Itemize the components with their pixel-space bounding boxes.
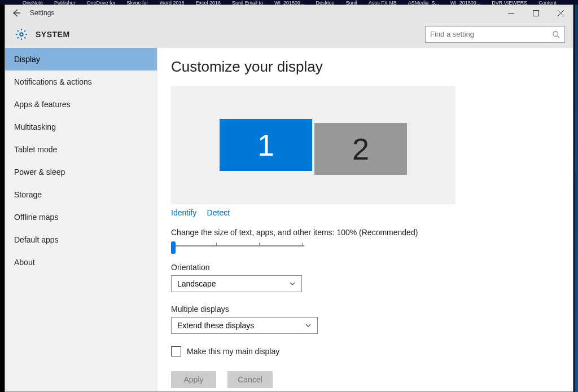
apply-button[interactable]: Apply bbox=[171, 371, 216, 388]
orientation-value: Landscape bbox=[177, 279, 216, 288]
desktop-right-edge bbox=[575, 5, 578, 392]
sidebar-item-about[interactable]: About bbox=[5, 251, 157, 274]
cancel-button[interactable]: Cancel bbox=[227, 371, 273, 388]
identify-link[interactable]: Identify bbox=[171, 208, 196, 217]
titlebar: Settings bbox=[5, 5, 573, 21]
search-box[interactable] bbox=[425, 26, 565, 43]
slider-thumb[interactable] bbox=[171, 241, 176, 254]
minimize-button[interactable] bbox=[498, 5, 523, 21]
sidebar-item-tablet-mode[interactable]: Tablet mode bbox=[5, 138, 157, 161]
display-arrangement-box[interactable]: 1 2 bbox=[171, 86, 456, 204]
monitor-2[interactable]: 2 bbox=[314, 123, 407, 175]
sidebar-item-storage[interactable]: Storage bbox=[5, 183, 157, 206]
search-icon bbox=[552, 30, 560, 38]
main-display-checkbox[interactable] bbox=[171, 346, 181, 356]
main-display-checkbox-label: Make this my main display bbox=[187, 347, 279, 356]
sidebar-item-display[interactable]: Display bbox=[5, 48, 157, 71]
multiple-displays-value: Extend these displays bbox=[177, 321, 254, 330]
back-button[interactable] bbox=[10, 6, 23, 20]
sidebar-item-notifications[interactable]: Notifications & actions bbox=[5, 71, 157, 93]
sidebar-item-default-apps[interactable]: Default apps bbox=[5, 228, 157, 251]
multiple-displays-dropdown[interactable]: Extend these displays bbox=[171, 317, 318, 334]
sidebar: Display Notifications & actions Apps & f… bbox=[5, 48, 157, 391]
maximize-button[interactable] bbox=[523, 5, 548, 21]
desktop-taskbar-top: OneNotePublisherOneDrive for Skype forWo… bbox=[0, 0, 578, 5]
close-button[interactable] bbox=[548, 5, 573, 21]
sidebar-item-offline-maps[interactable]: Offline maps bbox=[5, 206, 157, 228]
content-pane: Customize your display 1 2 Identify Dete… bbox=[157, 48, 573, 391]
window-controls bbox=[498, 5, 573, 21]
sidebar-item-power-sleep[interactable]: Power & sleep bbox=[5, 161, 157, 183]
multiple-displays-label: Multiple displays bbox=[171, 305, 559, 314]
gear-icon bbox=[15, 28, 28, 41]
sidebar-item-multitasking[interactable]: Multitasking bbox=[5, 116, 157, 138]
sidebar-item-apps-features[interactable]: Apps & features bbox=[5, 93, 157, 116]
scale-label: Change the size of text, apps, and other… bbox=[171, 228, 559, 237]
svg-point-1 bbox=[20, 33, 23, 36]
header-title: SYSTEM bbox=[36, 30, 70, 39]
monitor-1[interactable]: 1 bbox=[220, 119, 312, 171]
chevron-down-icon bbox=[289, 280, 296, 287]
svg-point-2 bbox=[553, 31, 558, 36]
orientation-dropdown[interactable]: Landscape bbox=[171, 275, 302, 292]
chevron-down-icon bbox=[305, 322, 312, 329]
header-bar: SYSTEM bbox=[5, 21, 573, 48]
orientation-label: Orientation bbox=[171, 263, 559, 272]
scale-slider[interactable] bbox=[171, 240, 304, 252]
window-title: Settings bbox=[30, 9, 54, 17]
page-title: Customize your display bbox=[171, 58, 559, 76]
search-input[interactable] bbox=[430, 30, 552, 38]
svg-rect-0 bbox=[533, 10, 538, 16]
settings-window: Settings SYSTEM Display bbox=[5, 5, 573, 392]
detect-link[interactable]: Detect bbox=[207, 208, 230, 217]
